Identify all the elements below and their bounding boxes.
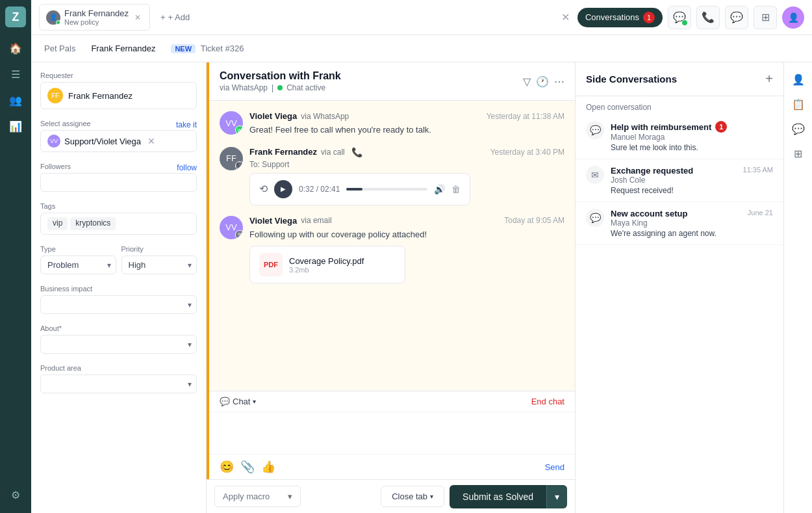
message-time: Today at 9:05 AM — [504, 216, 565, 225]
product-area-select[interactable] — [40, 375, 197, 393]
about-section: About* — [40, 324, 197, 354]
chat-tab-button[interactable]: 💬 Chat ▾ — [220, 397, 256, 406]
pdf-icon: PDF — [259, 253, 283, 276]
sidebar-icon-tickets[interactable]: ☰ — [4, 62, 27, 86]
tab-close-button[interactable]: ✕ — [133, 12, 143, 23]
user-profile-icon[interactable]: 👤 — [788, 69, 809, 90]
conversation-header: Conversation with Frank via WhatsApp | C… — [209, 62, 575, 101]
sender-avatar: FF 📞 — [220, 147, 243, 170]
followers-input[interactable] — [40, 173, 197, 192]
emoji-button[interactable]: 😊 — [220, 460, 234, 474]
apps-icon[interactable]: ⊞ — [788, 143, 809, 164]
tags-container[interactable]: vip kryptonics — [40, 213, 197, 235]
filter-icon[interactable]: ▽ — [523, 75, 531, 88]
macro-select[interactable]: Apply macro ▾ — [214, 486, 301, 507]
side-conversation-from: Maya King — [611, 218, 741, 228]
follow-link[interactable]: follow — [177, 163, 197, 172]
sidebar-icon-users[interactable]: 👥 — [4, 88, 27, 112]
type-label: Type — [40, 245, 116, 253]
side-conversation-subject: Exchange requested — [611, 166, 737, 176]
subtab-frank-fernandez[interactable]: Frank Fernandez — [86, 41, 160, 56]
close-tab-button[interactable]: Close tab ▾ — [381, 486, 444, 507]
sender-avatar: VV ✉ — [220, 216, 243, 239]
user-avatar[interactable]: 👤 — [782, 7, 804, 29]
take-it-link[interactable]: take it — [176, 120, 197, 129]
attachment[interactable]: PDF Coverage Policy.pdf 3.2mb — [249, 246, 405, 283]
business-impact-select-wrapper — [40, 295, 197, 314]
tab-avatar: 👤 — [46, 10, 60, 25]
message-time: Yesterday at 3:40 PM — [490, 148, 565, 157]
phone-button[interactable]: 📞 — [696, 6, 720, 29]
thumbs-up-button[interactable]: 👍 — [261, 460, 275, 474]
message-to: To: Support — [249, 160, 565, 169]
sidebar-icon-reports[interactable]: 📊 — [4, 114, 27, 138]
message-row: VV W Violet Viega via WhatsApp Yesterday… — [220, 111, 565, 137]
tags-label: Tags — [40, 202, 197, 210]
assignee-section: Select assignee take it VV Support/Viole… — [40, 120, 197, 152]
end-chat-button[interactable]: End chat — [531, 397, 565, 406]
sender-name: Violet Viega — [249, 111, 297, 121]
sender-name: Violet Viega — [249, 216, 297, 226]
side-conversation-body: New account setup Maya King We're assign… — [611, 209, 741, 238]
sender-avatar: VV W — [220, 111, 243, 135]
assignee-name: Support/Violet Viega — [64, 137, 141, 146]
business-impact-select[interactable] — [40, 295, 197, 314]
attach-button[interactable]: 📎 — [240, 460, 255, 474]
message-time: Yesterday at 11:38 AM — [487, 112, 565, 121]
sidebar-icon-settings[interactable]: ⚙ — [4, 483, 27, 506]
side-conversation-subject: New account setup — [611, 209, 741, 218]
separator: | — [272, 83, 273, 92]
send-button[interactable]: Send — [545, 462, 565, 472]
side-conversation-item[interactable]: 💬 New account setup Maya King We're assi… — [576, 202, 783, 245]
channel-label: via email — [301, 216, 331, 225]
requester-card[interactable]: FF Frank Fernandez — [40, 82, 197, 109]
add-tab-button[interactable]: + + Add — [155, 10, 195, 25]
sidebar: Z 🏠 ☰ 👥 📊 ⚙ — [0, 0, 31, 513]
add-side-conversation-button[interactable]: + — [765, 72, 773, 86]
subject-text: Exchange requested — [611, 166, 693, 176]
side-conversations-panel: Side Conversations + Open conversation 💬… — [576, 62, 783, 513]
conversations-button[interactable]: Conversations 1 — [577, 8, 663, 27]
remove-assignee-button[interactable]: ✕ — [147, 136, 155, 146]
play-button[interactable]: ▶ — [274, 180, 292, 198]
conversations-icon[interactable]: 💬 — [788, 118, 809, 139]
active-tab[interactable]: 👤 Frank Fernandez New policy ✕ — [39, 4, 150, 31]
subtab-pet-pals[interactable]: Pet Pals — [39, 41, 81, 56]
type-select[interactable]: Problem Incident Question Task — [40, 256, 116, 274]
audio-progress-bar[interactable] — [346, 188, 427, 191]
conversations-badge: 1 — [643, 12, 655, 23]
side-conversation-item[interactable]: 💬 Help with reimbursement 1 Manuel Morag… — [576, 114, 783, 159]
audio-player: ⟲ ▶ 0:32 / 02:41 🔊 🗑 — [249, 173, 470, 205]
status-button[interactable]: 💬 — [668, 6, 691, 29]
compose-input[interactable] — [209, 412, 575, 451]
priority-select[interactable]: High Low Normal Urgent — [121, 256, 197, 274]
notes-icon[interactable]: 📋 — [788, 94, 809, 114]
volume-icon[interactable]: 🔊 — [434, 184, 445, 194]
grid-button[interactable]: ⊞ — [754, 6, 777, 29]
message-content: Violet Viega via email Today at 9:05 AM … — [249, 216, 565, 284]
unread-badge: 1 — [715, 121, 727, 133]
submit-group: Submit as Solved ▾ — [450, 485, 567, 508]
bottom-bar: Apply macro ▾ Close tab ▾ Submit as Solv… — [207, 479, 575, 513]
rewind-icon[interactable]: ⟲ — [259, 183, 268, 195]
submit-more-button[interactable]: ▾ — [546, 485, 567, 508]
chat-button[interactable]: 💬 — [725, 6, 748, 29]
sidebar-icon-home[interactable]: 🏠 — [4, 36, 27, 60]
about-select[interactable] — [40, 335, 197, 354]
submit-solved-button[interactable]: Submit as Solved — [450, 485, 546, 508]
assignee-chip[interactable]: VV Support/Violet Viega ✕ — [40, 130, 197, 152]
main-content: 👤 Frank Fernandez New policy ✕ + + Add ✕… — [31, 0, 812, 513]
side-conversation-item[interactable]: ✉ Exchange requested Josh Cole Request r… — [576, 159, 783, 202]
clear-search-icon[interactable]: ✕ — [561, 11, 570, 23]
side-conversation-preview: We're assigning an agent now. — [611, 229, 741, 238]
delete-icon[interactable]: 🗑 — [451, 184, 461, 194]
status-label: Chat active — [286, 83, 325, 92]
right-sidebar: 👤 📋 💬 ⊞ — [783, 62, 812, 513]
left-panel: Requester FF Frank Fernandez Select assi… — [31, 62, 207, 513]
history-icon[interactable]: 🕐 — [536, 75, 549, 88]
type-priority-section: Type Problem Incident Question Task Prio… — [40, 245, 197, 274]
chat-label: Chat — [233, 397, 250, 406]
tags-section: Tags vip kryptonics — [40, 202, 197, 235]
more-icon[interactable]: ⋯ — [554, 75, 565, 88]
subtab-ticket[interactable]: NEW Ticket #326 — [166, 41, 249, 56]
